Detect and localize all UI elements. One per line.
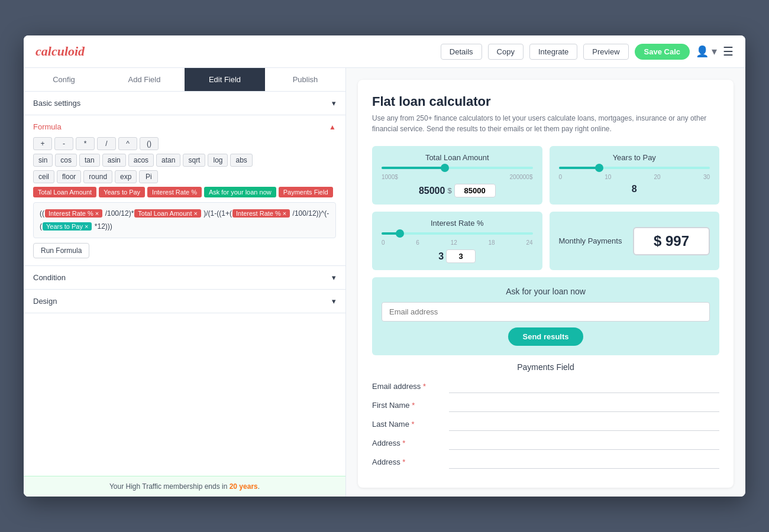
math-log-button[interactable]: log	[208, 154, 228, 167]
tab-config[interactable]: Config	[24, 68, 104, 91]
math-sin-button[interactable]: sin	[33, 154, 53, 167]
form-label-firstname: First Name *	[372, 401, 443, 410]
bottom-years-text: 20 years	[230, 482, 258, 491]
interest-24-label: 24	[526, 239, 532, 246]
total-loan-input[interactable]	[454, 184, 496, 197]
bottom-notice-text: Your High Traffic membership ends in	[109, 482, 227, 491]
main-layout: Config Add Field Edit Field Publish Basi…	[24, 68, 745, 497]
left-panel: Config Add Field Edit Field Publish Basi…	[24, 68, 346, 497]
field-tag-total-loan[interactable]: Total Loan Amount	[33, 187, 96, 197]
required-star-lastname: *	[411, 420, 414, 429]
total-loan-slider-container: 1000$ 200000$	[382, 167, 533, 180]
math-cos-button[interactable]: cos	[55, 154, 77, 167]
bottom-bar: Your High Traffic membership ends in 20 …	[24, 476, 345, 497]
formula-header: Formula ▲	[33, 122, 336, 131]
math-acos-button[interactable]: acos	[128, 154, 154, 167]
form-label-address1: Address *	[372, 439, 443, 447]
interest-rate-slider-track[interactable]	[382, 232, 533, 235]
basic-settings-chevron-icon: ▾	[332, 99, 336, 108]
years-20-label: 20	[654, 174, 661, 180]
field-tag-ask-loan[interactable]: Ask for your loan now	[204, 187, 276, 197]
interest-18-label: 18	[489, 239, 495, 246]
total-loan-unit: $	[447, 186, 451, 195]
ask-loan-title: Ask for your loan now	[382, 287, 710, 296]
monthly-payments-widget: Monthly Payments $ 997	[550, 212, 720, 270]
formula-chevron-icon: ▲	[329, 123, 336, 131]
design-section[interactable]: Design ▾	[24, 290, 345, 313]
math-row-3: ceil floor round exp Pi	[33, 170, 336, 183]
formula-token-interest-2[interactable]: Interest Rate % ×	[232, 209, 290, 218]
tab-add-field[interactable]: Add Field	[104, 68, 185, 91]
form-row-email: Email address *	[372, 379, 719, 393]
math-abs-button[interactable]: abs	[230, 154, 252, 167]
math-plus-button[interactable]: +	[33, 137, 52, 150]
form-input-lastname[interactable]	[449, 417, 719, 431]
details-button[interactable]: Details	[441, 44, 482, 60]
field-tag-interest-rate[interactable]: Interest Rate %	[147, 187, 202, 197]
form-label-email: Email address *	[372, 382, 443, 391]
interest-rate-slider-thumb[interactable]	[396, 229, 404, 238]
form-input-address1[interactable]	[449, 436, 719, 450]
math-sqrt-button[interactable]: sqrt	[183, 154, 205, 167]
send-results-button[interactable]: Send results	[508, 327, 583, 346]
interest-rate-value-row: 3	[382, 249, 533, 263]
form-input-email[interactable]	[449, 379, 719, 393]
years-to-pay-widget: Years to Pay 0 10 20 30	[550, 146, 720, 205]
math-multiply-button[interactable]: *	[76, 137, 95, 150]
calc-description: Use any from 250+ finance calculators to…	[372, 113, 719, 134]
avatar-button[interactable]: 👤 ▾	[696, 45, 717, 58]
calc-title: Flat loan calculator	[372, 94, 719, 109]
math-power-button[interactable]: ^	[118, 137, 137, 150]
condition-chevron-icon: ▾	[332, 273, 336, 282]
years-30-label: 30	[703, 174, 710, 180]
integrate-button[interactable]: Integrate	[529, 44, 577, 60]
formula-section: Formula ▲ + - * / ^ () sin cos tan	[24, 115, 345, 266]
form-row-address2: Address *	[372, 455, 719, 469]
save-calc-button[interactable]: Save Calc	[635, 44, 690, 60]
preview-button[interactable]: Preview	[583, 44, 628, 60]
monthly-payments-label: Monthly Payments	[559, 236, 622, 245]
math-asin-button[interactable]: asin	[102, 154, 126, 167]
years-to-pay-slider-thumb[interactable]	[595, 164, 603, 172]
calc-top-grid: Total Loan Amount 1000$ 200000$	[372, 146, 719, 205]
formula-display: ((Interest Rate % × /100/12)*Total Loan …	[33, 202, 336, 238]
math-atan-button[interactable]: atan	[156, 154, 180, 167]
payments-title: Payments Field	[372, 362, 719, 372]
math-exp-button[interactable]: exp	[115, 170, 137, 183]
math-tan-button[interactable]: tan	[79, 154, 100, 167]
copy-button[interactable]: Copy	[488, 44, 524, 60]
math-pi-button[interactable]: Pi	[139, 170, 158, 183]
form-input-address2[interactable]	[449, 455, 719, 469]
formula-token-years[interactable]: Years to Pay ×	[43, 222, 92, 231]
field-tag-years-to-pay[interactable]: Years to Pay	[99, 187, 145, 197]
math-ceil-button[interactable]: ceil	[33, 170, 54, 183]
math-round-button[interactable]: round	[83, 170, 112, 183]
math-row-2: sin cos tan asin acos atan sqrt log abs	[33, 154, 336, 167]
tab-edit-field[interactable]: Edit Field	[185, 68, 265, 91]
tab-publish[interactable]: Publish	[265, 68, 345, 91]
total-loan-slider-fill	[382, 167, 445, 169]
email-address-input[interactable]	[382, 302, 710, 322]
interest-rate-input[interactable]	[446, 249, 476, 263]
required-star-address1: *	[402, 439, 405, 447]
total-loan-slider-track[interactable]	[382, 167, 533, 169]
form-input-firstname[interactable]	[449, 398, 719, 412]
years-to-pay-slider-track[interactable]	[559, 167, 710, 169]
math-divide-button[interactable]: /	[97, 137, 116, 150]
hamburger-menu-button[interactable]: ☰	[723, 44, 734, 59]
math-parens-button[interactable]: ()	[140, 137, 159, 150]
field-tag-payments[interactable]: Payments Field	[279, 187, 333, 197]
condition-section[interactable]: Condition ▾	[24, 266, 345, 290]
formula-token-total-loan[interactable]: Total Loan Amount ×	[134, 209, 201, 218]
topbar: calculoid Details Copy Integrate Preview…	[24, 35, 745, 68]
formula-token-interest-1[interactable]: Interest Rate % ×	[45, 209, 102, 218]
total-loan-slider-thumb[interactable]	[441, 164, 449, 172]
basic-settings-section[interactable]: Basic settings ▾	[24, 92, 345, 115]
formula-label[interactable]: Formula	[33, 122, 62, 131]
app-window: calculoid Details Copy Integrate Preview…	[24, 35, 745, 497]
math-minus-button[interactable]: -	[54, 137, 73, 150]
app-logo: calculoid	[35, 44, 85, 59]
math-floor-button[interactable]: floor	[57, 170, 81, 183]
bottom-suffix: .	[258, 482, 260, 491]
run-formula-button[interactable]: Run Formula	[33, 243, 89, 258]
